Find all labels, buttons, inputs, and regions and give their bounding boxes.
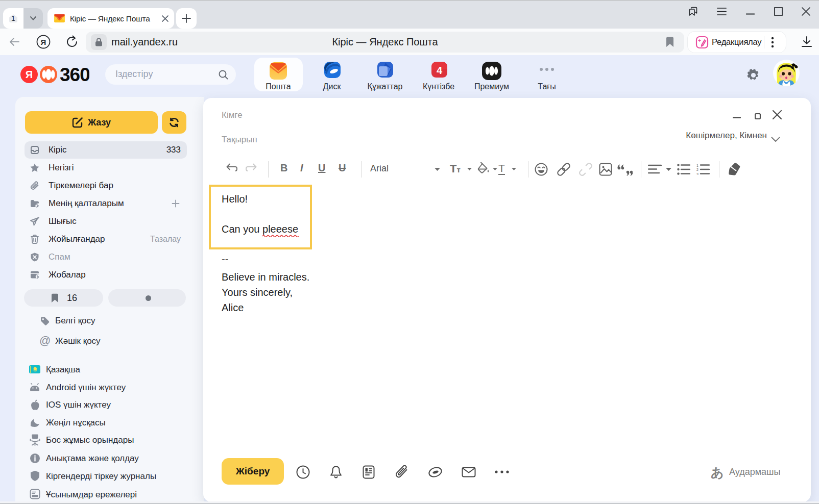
svg-text:Я: Я (41, 38, 46, 46)
svg-text:3: 3 (696, 172, 698, 175)
svg-text:360: 360 (60, 66, 89, 85)
svg-text:2: 2 (696, 168, 698, 171)
svg-text:Я: Я (26, 69, 33, 80)
svg-text:1: 1 (696, 164, 698, 167)
svg-text:4: 4 (437, 65, 443, 76)
svg-text:1: 1 (11, 14, 15, 22)
